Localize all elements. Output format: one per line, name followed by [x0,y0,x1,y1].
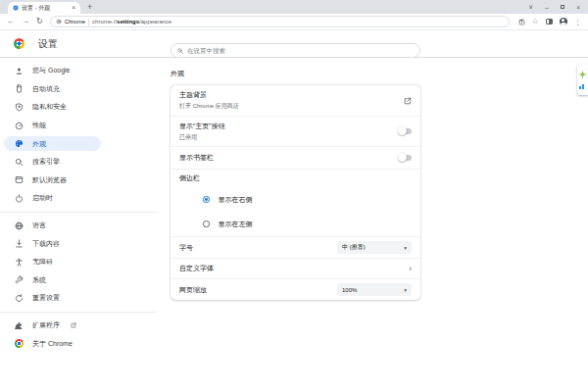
theme-title: 主题背景 [179,90,404,100]
tab-strip: 设置 - 外观 × + ∨ – × [0,0,588,14]
search-icon [177,48,183,54]
product-chip: Chrome [65,19,85,24]
sidebar-item-label: 外观 [32,139,46,149]
chrome-icon [15,339,24,348]
show-bookmarks-bar-row: 显示书签栏 [171,146,420,169]
settings-favicon-icon [13,5,19,11]
sidebar-item-search-engine[interactable]: 搜索引擎 [0,153,157,172]
radio-selected-icon[interactable] [203,196,210,203]
menu-icon[interactable]: ⋮ [574,19,581,25]
tab-title: 设置 - 外观 [22,4,69,13]
reset-icon [15,294,24,303]
custom-fonts-row[interactable]: 自定义字体 › [171,258,420,278]
sidebar-item-performance[interactable]: 性能 [0,117,157,135]
sidebar-item-label: 隐私和安全 [32,102,67,112]
side-panel-icon[interactable] [546,19,553,24]
custom-fonts-title: 自定义字体 [179,264,409,273]
sidebar-item-label: 默认浏览器 [32,175,67,185]
sidebar-item-autofill[interactable]: 自动填充 [0,80,157,99]
sidebar-item-label: 系统 [32,275,46,285]
tab-search-button[interactable]: ∨ [528,3,533,11]
power-icon [15,194,24,203]
sidebar-item-default-browser[interactable]: 默认浏览器 [0,172,157,190]
reload-button[interactable]: ↻ [36,18,43,25]
sidebar-divider [0,212,157,213]
settings-search[interactable] [171,43,420,58]
chart-icon [579,84,586,89]
radio-label: 显示在右侧 [219,195,253,205]
sidebar-item-on-startup[interactable]: 启动时 [0,189,157,208]
search-input[interactable] [187,47,414,54]
sidebar-item-label: 搜索引擎 [32,157,60,167]
sidebar-item-label: 自动填充 [32,84,60,94]
sidebar-item-label: 关于 Chrome [32,339,73,349]
address-bar[interactable]: Chrome chrome://settings/appearance [50,16,510,27]
sidebar-item-reset[interactable]: 重置设置 [0,289,157,308]
back-button[interactable]: ← [7,18,15,25]
sidebar-item-label: 启动时 [32,193,53,203]
radio-unselected-icon[interactable] [203,220,210,227]
sidebar-item-label: 性能 [32,121,46,130]
puzzle-icon [15,321,24,330]
new-tab-button[interactable]: + [87,3,92,12]
font-size-value: 中 (推荐) [342,243,366,252]
external-link-icon [404,97,412,105]
active-tab[interactable]: 设置 - 外观 × [8,2,80,14]
sidebar-item-privacy[interactable]: 隐私和安全 [0,98,157,117]
sidebar-item-extensions[interactable]: 扩展程序 [0,317,157,335]
toolbar-actions: ☆ ⋮ [518,18,581,26]
theme-row[interactable]: 主题背景 打开 Chrome 应用商店 [171,85,420,116]
download-icon [15,239,24,248]
sidebar-item-system[interactable]: 系统 [0,271,157,290]
maximize-button[interactable] [561,5,565,10]
theme-subtitle: 打开 Chrome 应用商店 [179,102,404,111]
bookmarks-bar-toggle[interactable] [399,155,412,161]
window-controls: ∨ – × [528,3,580,11]
page-zoom-title: 网页缩放 [179,285,337,295]
bookmarks-bar-title: 显示书签栏 [179,153,399,163]
settings-header: 设置 [0,30,588,58]
sidebar-item-you-and-google[interactable]: 您与 Google [0,62,157,80]
sidebar-item-label: 下载内容 [32,239,60,249]
dropdown-arrow-icon: ▾ [404,245,407,251]
side-panel-right-option[interactable]: 显示在右侧 [171,187,420,212]
chrome-logo-icon [14,38,24,49]
wrench-icon [15,275,24,284]
external-link-icon [71,322,76,328]
sidebar-item-label: 扩展程序 [32,320,60,330]
side-panel-section: 侧边栏 显示在右侧 显示在左侧 [171,169,420,236]
sidebar-item-accessibility[interactable]: 无障碍 [0,253,157,271]
sidebar-item-label: 语言 [32,220,46,230]
sidebar-item-appearance[interactable]: 外观 [0,134,157,153]
magnifier-icon [15,158,24,167]
profile-avatar[interactable] [560,18,568,26]
home-button-state: 已停用 [179,133,399,142]
bookmark-star-icon[interactable]: ☆ [532,18,539,25]
page-title: 设置 [38,37,58,51]
accessibility-icon [15,258,24,267]
dropdown-arrow-icon: ▾ [404,287,407,293]
share-icon[interactable] [518,19,525,25]
sidebar-item-about-chrome[interactable]: 关于 Chrome [0,334,157,353]
side-panel-left-option[interactable]: 显示在左侧 [171,212,420,236]
close-button[interactable]: × [576,4,580,11]
autofill-icon [15,84,24,93]
sidebar-item-languages[interactable]: 语言 [0,217,157,235]
settings-sidebar: 您与 Google 自动填充 隐私和安全 性能 外观 搜索引擎 [0,58,157,391]
side-panel-title: 侧边栏 [179,173,200,183]
show-home-button-row: 显示“主页”按钮 已停用 [171,116,420,146]
appearance-card: 主题背景 打开 Chrome 应用商店 显示“主页”按钮 已停用 [171,85,420,300]
browser-window-icon [15,175,24,184]
font-size-select[interactable]: 中 (推荐) ▾ [337,241,412,254]
page-zoom-select[interactable]: 100% ▾ [337,283,412,296]
sparkle-icon [579,71,587,78]
url-text: chrome://settings/appearance [92,19,172,24]
home-button-toggle[interactable] [399,128,412,134]
font-size-row: 字号 中 (推荐) ▾ [171,236,420,258]
settings-main: 外观 主题背景 打开 Chrome 应用商店 显示“主页”按钮 已停用 [157,58,588,391]
floating-widget[interactable] [577,65,588,95]
forward-button[interactable]: → [22,18,29,25]
minimize-button[interactable]: – [545,4,549,11]
tab-close-button[interactable]: × [72,5,75,12]
sidebar-item-downloads[interactable]: 下载内容 [0,234,157,253]
